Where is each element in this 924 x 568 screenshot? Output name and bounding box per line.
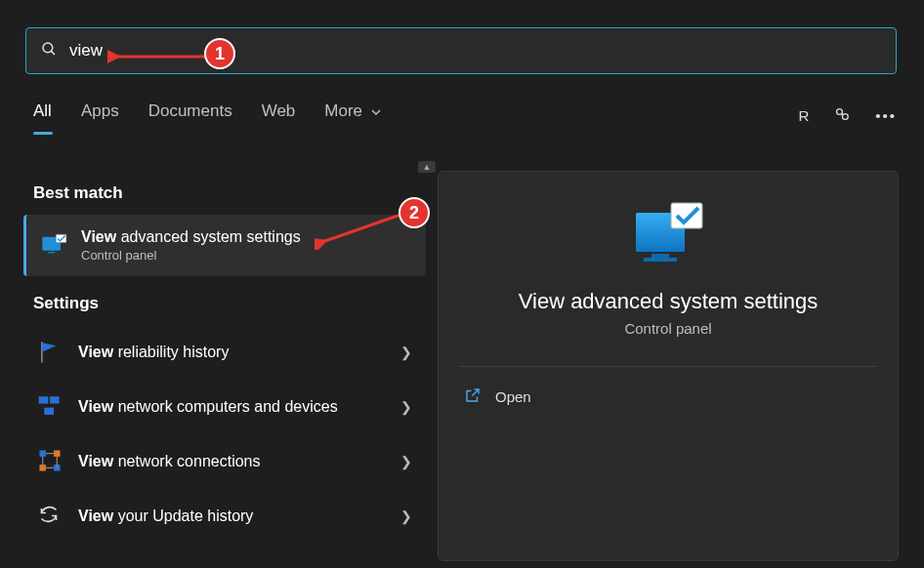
best-match-subtitle: Control panel	[81, 248, 301, 263]
network-computers-icon	[37, 393, 64, 421]
account-letter[interactable]: R	[798, 107, 809, 124]
chevron-down-icon	[371, 101, 381, 121]
settings-item-0-bold: View	[78, 344, 113, 360]
settings-item-1-bold: View	[78, 398, 113, 415]
monitor-check-icon	[40, 232, 67, 260]
tabs-left: All Apps Documents Web More	[33, 101, 381, 129]
chevron-right-icon: ❯	[400, 399, 412, 415]
svg-rect-19	[644, 258, 677, 262]
results-panel: ▲ Best match View advanced system settin…	[23, 166, 426, 544]
open-label: Open	[495, 388, 531, 405]
chevron-right-icon: ❯	[400, 508, 412, 524]
svg-rect-20	[671, 203, 702, 228]
settings-header: Settings	[23, 276, 426, 325]
tabs-row: All Apps Documents Web More R •••	[33, 101, 897, 129]
best-match-result[interactable]: View advanced system settings Control pa…	[23, 215, 426, 276]
svg-rect-9	[50, 396, 60, 403]
more-options-icon[interactable]: •••	[875, 107, 897, 124]
svg-rect-11	[39, 450, 46, 457]
scroll-up-icon[interactable]: ▲	[418, 161, 436, 173]
best-match-title-rest: advanced system settings	[121, 228, 301, 245]
settings-item-network-computers[interactable]: View network computers and devices ❯	[23, 380, 426, 434]
svg-rect-18	[651, 254, 669, 258]
svg-rect-12	[54, 450, 61, 457]
tab-more[interactable]: More	[324, 101, 380, 129]
search-icon	[40, 40, 58, 61]
svg-rect-6	[48, 251, 55, 253]
open-action[interactable]: Open	[439, 367, 898, 426]
svg-rect-10	[44, 408, 54, 415]
settings-item-update-history[interactable]: View your Update history ❯	[23, 489, 426, 544]
best-match-title-bold: View	[81, 228, 116, 245]
settings-item-reliability[interactable]: View reliability history ❯	[23, 325, 426, 380]
tab-all[interactable]: All	[33, 101, 52, 129]
settings-item-2-rest: network connections	[118, 453, 261, 469]
preview-panel: View advanced system settings Control pa…	[438, 171, 899, 561]
sync-icon	[37, 503, 64, 530]
svg-point-0	[43, 43, 53, 53]
settings-item-3-rest: your Update history	[118, 507, 254, 524]
best-match-header: Best match	[23, 166, 426, 215]
chevron-right-icon: ❯	[400, 454, 412, 469]
settings-item-2-bold: View	[78, 453, 113, 469]
svg-rect-8	[39, 396, 49, 403]
tab-more-label: More	[324, 101, 362, 120]
flag-icon	[37, 339, 64, 366]
best-match-text: View advanced system settings Control pa…	[81, 228, 301, 263]
svg-point-3	[837, 108, 843, 114]
header-right: R •••	[798, 104, 897, 127]
settings-item-3-bold: View	[78, 507, 113, 524]
tab-apps[interactable]: Apps	[81, 101, 119, 129]
settings-item-1-rest: network computers and devices	[118, 398, 338, 415]
search-input[interactable]	[69, 41, 882, 61]
preview-title: View advanced system settings	[439, 289, 898, 314]
network-connections-icon	[37, 448, 64, 475]
search-box[interactable]	[25, 27, 897, 74]
annotation-badge-1: 1	[204, 38, 235, 69]
tab-documents[interactable]: Documents	[148, 101, 232, 129]
tab-web[interactable]: Web	[262, 101, 296, 129]
settings-item-0-rest: reliability history	[118, 344, 230, 360]
settings-item-network-connections[interactable]: View network connections ❯	[23, 434, 426, 489]
preview-subtitle: Control panel	[439, 320, 898, 337]
annotation-badge-2: 2	[399, 197, 430, 228]
open-icon	[464, 386, 482, 407]
chevron-right-icon: ❯	[400, 345, 412, 360]
chat-icon[interactable]	[832, 104, 852, 127]
preview-icon	[439, 201, 898, 271]
svg-line-1	[51, 51, 55, 55]
svg-point-4	[843, 113, 849, 119]
